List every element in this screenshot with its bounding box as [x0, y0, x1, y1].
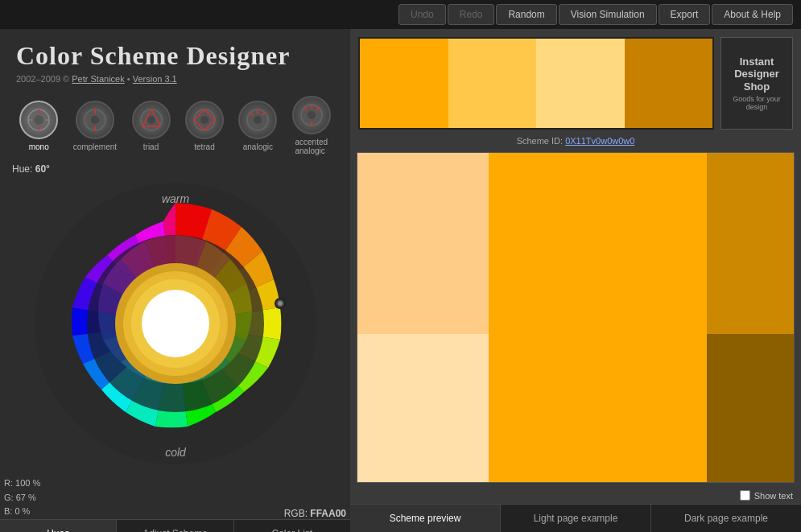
- svg-line-18: [262, 112, 265, 115]
- scheme-complement-icon: [76, 101, 114, 139]
- scheme-analogic-icon: [238, 101, 277, 139]
- scheme-complement-label: complement: [73, 142, 117, 151]
- scheme-id-link[interactable]: 0X11Tv0w0w0w0: [565, 136, 634, 146]
- preview-area: [357, 152, 795, 483]
- scheme-tetrad-icon: [185, 101, 224, 139]
- scheme-selector: mono complement triad: [0, 92, 350, 159]
- scheme-mono-label: mono: [29, 142, 49, 151]
- scheme-mono[interactable]: mono: [19, 101, 58, 151]
- tab-dark-page[interactable]: Dark page example: [651, 505, 801, 532]
- swatch-1[interactable]: [360, 39, 448, 128]
- rgb-hex: RGB: FFAA00: [284, 508, 346, 519]
- preview-block-4: [707, 153, 794, 334]
- preview-block-5: [707, 334, 794, 482]
- about-help-button[interactable]: About & Help: [712, 4, 793, 25]
- show-text-checkbox[interactable]: [740, 490, 750, 501]
- undo-button[interactable]: Undo: [398, 4, 446, 25]
- show-text-label: Show text: [754, 491, 793, 501]
- color-wheel[interactable]: warm cold: [31, 179, 320, 468]
- shop-title: InstantDesignerShop: [734, 56, 779, 93]
- svg-point-5: [34, 115, 43, 125]
- hue-label: Hue: 60°: [12, 163, 338, 175]
- scheme-tetrad[interactable]: tetrad: [185, 101, 224, 151]
- right-tab-bar: Scheme preview Light page example Dark p…: [350, 504, 801, 532]
- scheme-accented-analogic[interactable]: accentedanalogic: [292, 96, 331, 155]
- tab-adjust[interactable]: Adjust Scheme: [117, 520, 233, 532]
- svg-line-24: [304, 107, 307, 110]
- svg-point-20: [254, 116, 262, 124]
- redo-button[interactable]: Redo: [448, 4, 495, 25]
- instant-shop[interactable]: InstantDesignerShop Goods for your desig…: [720, 37, 793, 130]
- scheme-analogic-label: analogic: [243, 142, 273, 151]
- preview-content: [357, 153, 794, 482]
- shop-subtitle: Goods for your design: [728, 95, 786, 111]
- tab-light-page[interactable]: Light page example: [501, 505, 651, 532]
- svg-line-19: [250, 112, 253, 115]
- hex-value: FFAA00: [310, 508, 346, 519]
- scheme-triad-icon: [132, 101, 171, 139]
- scheme-accented-icon: [292, 96, 331, 134]
- swatch-3[interactable]: [536, 39, 625, 128]
- cold-label: cold: [165, 446, 187, 459]
- scheme-mono-icon: [19, 101, 58, 139]
- scheme-tetrad-label: tetrad: [194, 142, 215, 151]
- rgb-display: R: 100 % G: 67 % B: 0 % RGB: FFAA00: [0, 472, 350, 519]
- tab-hues[interactable]: Hues: [0, 520, 117, 532]
- tab-colorlist[interactable]: Color List: [234, 520, 350, 532]
- scheme-triad[interactable]: triad: [132, 101, 171, 151]
- swatch-2[interactable]: [448, 39, 537, 128]
- right-panel: InstantDesignerShop Goods for your desig…: [350, 29, 801, 532]
- svg-point-9: [91, 116, 99, 124]
- svg-point-15: [200, 116, 209, 124]
- export-button[interactable]: Export: [659, 4, 711, 25]
- left-panel: Color Scheme Designer 2002–2009 © Petr S…: [0, 29, 350, 532]
- swatch-4[interactable]: [625, 39, 713, 128]
- tab-scheme-preview[interactable]: Scheme preview: [350, 505, 501, 532]
- hue-value: 60°: [35, 163, 50, 175]
- header-area: Color Scheme Designer 2002–2009 © Petr S…: [0, 29, 350, 92]
- swatches-container: [358, 37, 714, 130]
- scheme-complement[interactable]: complement: [73, 101, 117, 151]
- preview-block-3: [357, 334, 489, 482]
- svg-point-32: [142, 290, 209, 357]
- left-tab-bar: Hues Adjust Scheme Color List: [0, 519, 350, 532]
- color-wheel-container[interactable]: warm cold: [31, 179, 320, 468]
- author-link[interactable]: Petr Stanicek: [72, 74, 124, 84]
- wheel-area: Hue: 60° warm cold: [0, 159, 350, 472]
- app-title: Color Scheme Designer: [16, 41, 334, 71]
- swatches-area: InstantDesignerShop Goods for your desig…: [350, 29, 801, 134]
- show-text-row: Show text: [350, 487, 801, 504]
- version-link[interactable]: Version 3.1: [133, 74, 177, 84]
- scheme-id-row: Scheme ID: 0X11Tv0w0w0w0: [350, 134, 801, 148]
- app-subtitle: 2002–2009 © Petr Stanicek • Version 3.1: [16, 74, 334, 84]
- rgb-values: R: 100 % G: 67 % B: 0 %: [4, 476, 40, 519]
- svg-point-33: [278, 301, 283, 306]
- svg-point-26: [308, 111, 316, 119]
- scheme-accented-label: accentedanalogic: [295, 138, 328, 155]
- vision-simulation-button[interactable]: Vision Simulation: [559, 4, 657, 25]
- preview-block-1: [357, 153, 489, 334]
- svg-point-12: [147, 116, 155, 124]
- scheme-analogic[interactable]: analogic: [238, 101, 277, 151]
- svg-line-23: [316, 107, 319, 110]
- random-button[interactable]: Random: [496, 4, 556, 25]
- scheme-triad-label: triad: [143, 142, 159, 151]
- top-navigation: Undo Redo Random Vision Simulation Expor…: [0, 0, 801, 29]
